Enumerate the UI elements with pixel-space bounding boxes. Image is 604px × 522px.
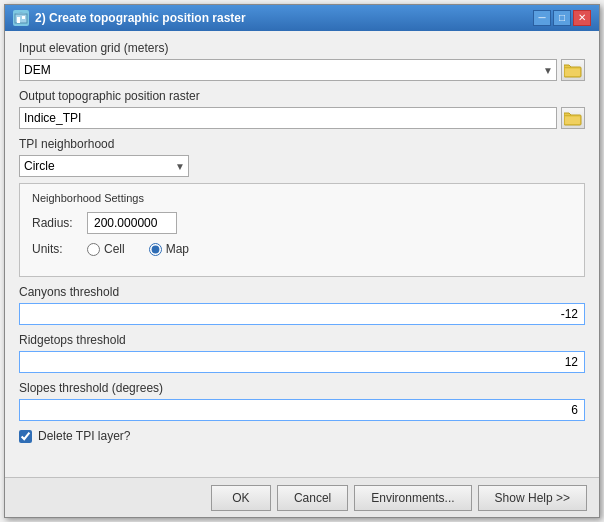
unit-cell-label: Cell bbox=[104, 242, 125, 256]
output-folder-button[interactable] bbox=[561, 107, 585, 129]
neighborhood-settings-group: Neighborhood Settings Radius: Units: Cel… bbox=[19, 183, 585, 277]
neighborhood-select[interactable]: Circle Annulus Rectangle Wedge bbox=[19, 155, 189, 177]
unit-map-radio[interactable] bbox=[149, 243, 162, 256]
elevation-select[interactable]: DEM bbox=[19, 59, 557, 81]
ok-button[interactable]: OK bbox=[211, 485, 271, 511]
delete-tpi-label: Delete TPI layer? bbox=[38, 429, 131, 443]
environments-button[interactable]: Environments... bbox=[354, 485, 471, 511]
app-icon bbox=[13, 10, 29, 26]
elevation-select-wrapper: DEM ▼ bbox=[19, 59, 557, 81]
units-label: Units: bbox=[32, 242, 87, 256]
main-window: 2) Create topographic position raster ─ … bbox=[4, 4, 600, 518]
radius-label: Radius: bbox=[32, 216, 87, 230]
slopes-label: Slopes threshold (degrees) bbox=[19, 381, 585, 395]
svg-rect-7 bbox=[565, 117, 580, 124]
neighborhood-settings-title: Neighborhood Settings bbox=[32, 192, 572, 204]
title-bar-left: 2) Create topographic position raster bbox=[13, 10, 246, 26]
maximize-button[interactable]: □ bbox=[553, 10, 571, 26]
slopes-input[interactable] bbox=[19, 399, 585, 421]
content-area: Input elevation grid (meters) DEM ▼ Outp… bbox=[5, 31, 599, 477]
units-row: Units: Cell Map bbox=[32, 242, 572, 256]
svg-rect-2 bbox=[17, 17, 20, 23]
window-title: 2) Create topographic position raster bbox=[35, 11, 246, 25]
title-bar: 2) Create topographic position raster ─ … bbox=[5, 5, 599, 31]
unit-map-option[interactable]: Map bbox=[149, 242, 189, 256]
svg-marker-1 bbox=[15, 12, 27, 14]
output-label: Output topographic position raster bbox=[19, 89, 585, 103]
radius-row: Radius: bbox=[32, 212, 572, 234]
canyons-label: Canyons threshold bbox=[19, 285, 585, 299]
output-row: Indice_TPI bbox=[19, 107, 585, 129]
units-radio-group: Cell Map bbox=[87, 242, 189, 256]
elevation-folder-button[interactable] bbox=[561, 59, 585, 81]
neighborhood-select-wrapper: Circle Annulus Rectangle Wedge ▼ bbox=[19, 155, 189, 177]
unit-cell-radio[interactable] bbox=[87, 243, 100, 256]
elevation-label: Input elevation grid (meters) bbox=[19, 41, 585, 55]
elevation-row: DEM ▼ bbox=[19, 59, 585, 81]
cancel-button[interactable]: Cancel bbox=[277, 485, 348, 511]
close-button[interactable]: ✕ bbox=[573, 10, 591, 26]
unit-map-label: Map bbox=[166, 242, 189, 256]
delete-tpi-checkbox[interactable] bbox=[19, 430, 32, 443]
slopes-row bbox=[19, 399, 585, 421]
ridgetops-input[interactable] bbox=[19, 351, 585, 373]
svg-rect-0 bbox=[15, 14, 27, 23]
radius-input[interactable] bbox=[87, 212, 177, 234]
canyons-input[interactable] bbox=[19, 303, 585, 325]
delete-tpi-row: Delete TPI layer? bbox=[19, 429, 585, 443]
bottom-bar: OK Cancel Environments... Show Help >> bbox=[5, 477, 599, 517]
svg-rect-3 bbox=[22, 16, 25, 19]
show-help-button[interactable]: Show Help >> bbox=[478, 485, 587, 511]
minimize-button[interactable]: ─ bbox=[533, 10, 551, 26]
neighborhood-label: TPI neighborhood bbox=[19, 137, 585, 151]
ridgetops-label: Ridgetops threshold bbox=[19, 333, 585, 347]
ridgetops-row bbox=[19, 351, 585, 373]
title-controls: ─ □ ✕ bbox=[533, 10, 591, 26]
svg-rect-5 bbox=[565, 69, 580, 76]
output-input[interactable]: Indice_TPI bbox=[19, 107, 557, 129]
unit-cell-option[interactable]: Cell bbox=[87, 242, 125, 256]
canyons-row bbox=[19, 303, 585, 325]
neighborhood-select-row: Circle Annulus Rectangle Wedge ▼ bbox=[19, 155, 585, 177]
